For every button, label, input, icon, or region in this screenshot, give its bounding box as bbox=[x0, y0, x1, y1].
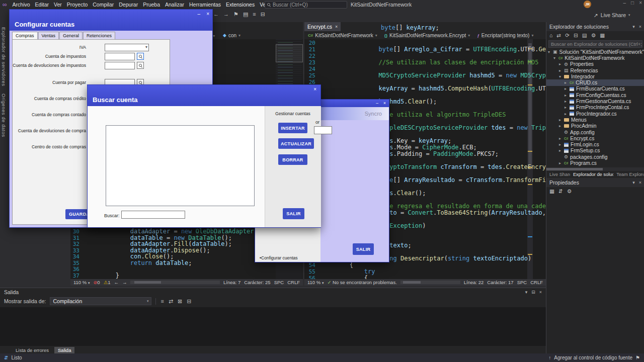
categorized-icon[interactable]: ▦ bbox=[549, 188, 554, 194]
toggle-autoscroll-icon[interactable]: ⊟ bbox=[187, 298, 191, 305]
output-tab-lista-de-errores[interactable]: Lista de errores bbox=[12, 347, 52, 353]
tree-item-program-cs[interactable]: ▸C#Program.cs bbox=[546, 160, 644, 166]
switch-views-icon[interactable]: ⇄ bbox=[556, 32, 561, 38]
encoding-indicator[interactable]: SPC bbox=[274, 280, 284, 285]
button-insertar[interactable]: INSERTAR bbox=[278, 123, 307, 133]
comment-lines-icon[interactable]: ▤ bbox=[243, 11, 248, 18]
breadcrumb-member-dropdown[interactable]: ◆ con ▾ bbox=[223, 33, 240, 38]
tree-item-frmsetup-cs[interactable]: ▸FrmSetup.cs bbox=[546, 148, 644, 154]
window-menu-icon[interactable]: ▾ bbox=[632, 24, 635, 29]
output-text-area[interactable] bbox=[0, 307, 546, 346]
home-icon[interactable]: ⌂ bbox=[549, 32, 552, 38]
preview-icon[interactable]: ▦ bbox=[600, 32, 605, 38]
window-menu-icon[interactable]: ▾ bbox=[525, 290, 528, 295]
maximize-button[interactable]: □ bbox=[631, 0, 634, 6]
minimize-button[interactable]: – bbox=[198, 11, 201, 17]
scrollbar-thumb[interactable] bbox=[134, 281, 161, 284]
lookup-button[interactable] bbox=[137, 62, 144, 69]
panel-tab-live-share[interactable]: Live Share bbox=[547, 172, 570, 177]
accounts-list-box[interactable] bbox=[106, 125, 255, 206]
button-actualizar[interactable]: ACTUALIZAR bbox=[278, 138, 314, 149]
tab-ventas[interactable]: Ventas bbox=[38, 32, 59, 39]
background-tasks-icon[interactable]: ⇵ bbox=[4, 355, 8, 360]
tree-item-menus[interactable]: ▸Menus bbox=[546, 117, 644, 123]
tree-item-app-config[interactable]: ⚙App.config bbox=[546, 129, 644, 135]
menu-item-herramientas[interactable]: Herramientas bbox=[187, 1, 223, 8]
menu-item-configurar-cuentas[interactable]: •Configurar cuentas bbox=[260, 255, 298, 260]
side-tab-or-genes-de-datos[interactable]: Orígenes de datos bbox=[1, 94, 7, 137]
breadcrumb-kitsaintdotnetframework[interactable]: C#KitSaintDotNetFramework▾ bbox=[304, 33, 381, 38]
tab-encrypt-cs[interactable]: Encrypt.cs × bbox=[304, 22, 341, 31]
salir-button[interactable]: SALIR bbox=[353, 243, 374, 255]
navigate-back-icon[interactable]: ← bbox=[114, 280, 119, 285]
solution-explorer-header[interactable]: Explorador de soluciones ▾× bbox=[546, 22, 644, 31]
menu-item-analizar[interactable]: Analizar bbox=[163, 1, 187, 8]
salir-button[interactable]: SALIR bbox=[283, 208, 304, 219]
tab-compras[interactable]: Compras bbox=[12, 32, 38, 39]
word-wrap-icon[interactable]: ⇄ bbox=[169, 298, 173, 305]
field-textbox[interactable] bbox=[105, 53, 135, 60]
solution-search-box[interactable]: Buscar en Explorador de soluciones (Ctrl… bbox=[548, 40, 642, 48]
menu-item-depurar[interactable]: Depurar bbox=[116, 1, 140, 8]
clear-all-icon[interactable]: ⊠ bbox=[178, 298, 182, 305]
menu-item-prueba[interactable]: Prueba bbox=[140, 1, 163, 8]
tree-item-packages-config[interactable]: ⚙packages.config bbox=[546, 154, 644, 160]
output-source-dropdown[interactable]: Compilación▾ bbox=[50, 297, 151, 305]
menu-item-editar[interactable]: Editar bbox=[33, 1, 51, 8]
menu-item-extensiones[interactable]: Extensiones bbox=[223, 1, 257, 8]
window-menu-icon[interactable]: ▾ bbox=[632, 180, 635, 185]
problems-indicator[interactable]: ✓ No se encontraron problemas. bbox=[327, 280, 396, 285]
navigate-forward-icon[interactable]: → bbox=[122, 280, 127, 285]
menu-item-ver[interactable]: Ver bbox=[51, 1, 64, 8]
tree-item-frmlogin-cs[interactable]: ▸FrmLogin.cs bbox=[546, 141, 644, 147]
panel-tab-explorador-de-soluci[interactable]: Explorador de soluci... bbox=[571, 172, 613, 177]
zoom-control[interactable]: 110 % ▾ bbox=[73, 280, 90, 285]
partial-combobox[interactable] bbox=[314, 126, 332, 134]
tree-item-encrypt-cs[interactable]: ▸C#Encrypt.cs bbox=[546, 135, 644, 141]
live-share-button[interactable]: ↗ Live Share ▾ bbox=[594, 12, 630, 18]
breadcrumb-kitsaintdotnetframework-encrypt[interactable]: {}KitSaintDotNetFramework.Encrypt▾ bbox=[381, 33, 474, 38]
scrollbar-thumb[interactable] bbox=[546, 168, 603, 170]
close-icon[interactable]: × bbox=[539, 290, 542, 295]
user-avatar[interactable]: JR bbox=[584, 1, 591, 8]
menu-item-archivo[interactable]: Archivo bbox=[10, 1, 33, 8]
dialog-title-bar[interactable]: Configurar cuentas – × bbox=[10, 10, 212, 31]
collapse-all-icon[interactable]: ⊟ bbox=[574, 32, 578, 38]
zoom-control[interactable]: 110 % ▾ bbox=[307, 280, 324, 285]
error-count[interactable]: ⊘0 bbox=[93, 280, 100, 285]
panel-tab-team-explorer[interactable]: Team Explorer bbox=[614, 172, 643, 177]
feedback-icon[interactable]: ⚑ bbox=[635, 355, 640, 360]
tree-item-kitsaintdotnetframework[interactable]: ▾C#KitSaintDotNetFramework bbox=[546, 55, 644, 61]
tree-item-procintegrador-cs[interactable]: ▸ProcIntegrador.cs bbox=[546, 111, 644, 117]
navigate-forward-icon[interactable]: → bbox=[223, 11, 229, 18]
tree-item-integrador[interactable]: ▾Integrador bbox=[546, 73, 644, 79]
go-to-message-icon[interactable]: ≡ bbox=[160, 298, 164, 305]
breadcrumb-encriptar-string-texto[interactable]: ƒEncriptar(string texto)▾ bbox=[473, 33, 537, 38]
minimize-button[interactable]: – bbox=[376, 101, 378, 106]
tree-item-referencias[interactable]: ▸▤Referencias bbox=[546, 67, 644, 73]
tree-item-soluci-n-kitsaintdotnetframework-1-de-1-proyecto[interactable]: ▾▣Solución "KitSaintDotNetFramework" (1 … bbox=[546, 49, 644, 55]
buscar-input[interactable] bbox=[121, 211, 185, 219]
output-header[interactable]: Salida ▾⊟× bbox=[0, 288, 546, 296]
properties-header[interactable]: Propiedades ▾× bbox=[546, 178, 644, 187]
eol-indicator[interactable]: CRLF bbox=[287, 280, 300, 285]
horizontal-scrollbar[interactable] bbox=[400, 281, 460, 284]
tree-item-frmprocintegcontal-cs[interactable]: ▸FrmProcIntegContal.cs bbox=[546, 105, 644, 111]
tree-item-procadmin[interactable]: ▸ProcAdmin bbox=[546, 123, 644, 129]
encoding-indicator[interactable]: SPC bbox=[517, 280, 527, 285]
lookup-button[interactable] bbox=[137, 53, 144, 60]
outline-icon[interactable]: ⊟ bbox=[261, 11, 265, 18]
iva-combobox[interactable]: ▾ bbox=[105, 44, 149, 51]
warning-count[interactable]: ⚠1 bbox=[104, 280, 111, 285]
property-pages-icon[interactable]: ⚙ bbox=[567, 188, 572, 194]
scrollbar-thumb[interactable] bbox=[403, 281, 421, 284]
bookmark-icon[interactable]: ⚑ bbox=[233, 11, 238, 18]
tree-item-frmbuscarcuenta-cs[interactable]: ▸FrmBuscarCuenta.cs bbox=[546, 86, 644, 92]
side-tab-explorador-de-servidores[interactable]: Explorador de servidores bbox=[1, 27, 7, 86]
tree-item-properties[interactable]: ▸⚙Properties bbox=[546, 61, 644, 67]
close-button[interactable]: × bbox=[206, 11, 209, 17]
global-search-box[interactable]: Buscar (Ctrl+Q) bbox=[265, 1, 347, 9]
minimize-button[interactable]: – bbox=[623, 0, 626, 6]
tab-general[interactable]: General bbox=[59, 32, 83, 39]
close-icon[interactable]: × bbox=[639, 24, 641, 29]
